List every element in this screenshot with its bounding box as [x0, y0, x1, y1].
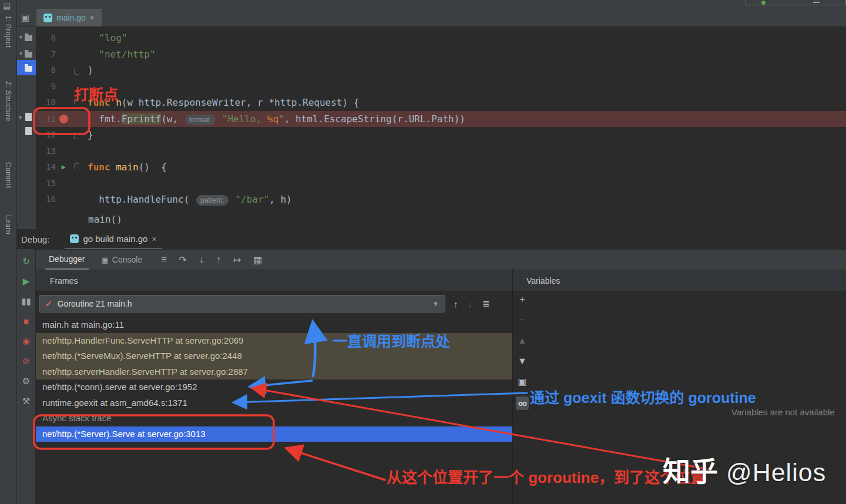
step-over-icon[interactable]: ↷ — [179, 254, 187, 266]
frame-row[interactable]: net/http.(*conn).serve at server.go:1952 — [36, 379, 512, 395]
evaluate-expression-icon[interactable]: ▦ — [253, 254, 262, 266]
fold-marker-icon[interactable] — [71, 127, 82, 143]
breakpoint-icon[interactable] — [59, 115, 68, 123]
tree-item[interactable] — [17, 123, 36, 139]
ide-menu-icon[interactable]: ▤ — [3, 1, 11, 11]
navigate-down-icon[interactable]: ▼ — [518, 355, 527, 367]
tree-chevron-icon[interactable]: ▾ — [18, 51, 24, 56]
code-line[interactable]: 14▶func main() { — [36, 159, 846, 176]
sidebar-item-learn[interactable]: Learn — [4, 215, 12, 234]
watch-glasses-icon[interactable]: oo — [516, 397, 529, 410]
hide-library-frames-icon[interactable]: ≣ — [482, 298, 490, 309]
line-number: 13 — [36, 143, 56, 160]
tree-item[interactable]: ▾ — [17, 46, 36, 61]
tree-item[interactable] — [17, 60, 36, 75]
frame-row[interactable]: runtime.goexit at asm_amd64.s:1371 — [36, 395, 512, 411]
line-number: 15 — [36, 176, 56, 192]
sidebar-item-commit[interactable]: Commit — [4, 162, 12, 188]
goroutine-selector[interactable]: ✓ Goroutine 21 main.h ▼ — [39, 295, 445, 313]
stop-icon[interactable]: ■ — [24, 316, 29, 326]
pause-icon[interactable]: ▮▮ — [21, 296, 31, 306]
fold-marker-icon[interactable] — [71, 159, 82, 176]
remove-watch-icon[interactable]: − — [519, 314, 525, 325]
chevron-down-icon[interactable]: ▼ — [432, 300, 439, 307]
tab-console-label: Console — [112, 255, 142, 264]
view-breakpoints-icon[interactable]: ◉ — [22, 336, 30, 346]
frame-row[interactable]: net/http.serverHandler.ServeHTTP at serv… — [36, 364, 512, 380]
sidebar-item-project[interactable]: 1: Project — [4, 15, 12, 48]
tab-go-build-main-go[interactable]: go build main.go × — [65, 229, 162, 249]
pin-icon[interactable]: ⚒ — [22, 396, 30, 406]
debug-left-icons: ↻▶▮▮■◉⊘⚙⚒ — [17, 249, 36, 504]
panel-divider — [512, 270, 513, 504]
frame-row[interactable]: net/http.(*Server).Serve at server.go:30… — [36, 426, 512, 442]
frame-up-icon[interactable]: ↑ — [454, 299, 458, 309]
editor-context-line: main() — [88, 214, 122, 225]
toolwindow-toggle-icon[interactable]: ▣ — [21, 12, 29, 23]
settings-menu-icon[interactable]: ≡ — [161, 254, 166, 265]
run-to-cursor-icon[interactable]: ↦ — [233, 254, 241, 266]
code-line[interactable]: 7 "net/http" — [36, 46, 846, 63]
window-controls-fragment — [746, 0, 846, 5]
gutter-cell[interactable]: ▶ — [56, 159, 71, 176]
fold-marker-icon[interactable] — [71, 62, 82, 79]
frames-section-label: Async stack trace — [36, 411, 512, 426]
line-number: 11 — [36, 111, 56, 127]
debugger-toolbar-icons: ≡↷↓↑↦▦ — [161, 254, 262, 266]
gopher-file-icon — [43, 14, 52, 22]
add-watch-icon[interactable]: + — [519, 294, 525, 305]
tree-chevron-icon[interactable]: ▾ — [18, 34, 24, 40]
code-text — [82, 176, 88, 192]
navigate-up-icon[interactable]: ▲ — [518, 335, 527, 346]
frames-title: Frames — [50, 276, 78, 285]
annotation-goroutine-note: 从这个位置开了一个 goroutine，到了这个位置 — [387, 465, 706, 487]
code-editor[interactable]: 6 "log"7 "net/http"8)910func h(w http.Re… — [36, 27, 846, 214]
code-line[interactable]: 11 fmt.Fprintf(w, format: "Hello, %q", h… — [36, 111, 846, 127]
line-number: 6 — [36, 30, 56, 46]
code-line[interactable]: 10func h(w http.ResponseWriter, r *http.… — [36, 95, 846, 111]
step-out-icon[interactable]: ↑ — [216, 254, 221, 265]
line-number: 9 — [36, 79, 56, 95]
sidebar-item-structure[interactable]: Z: Structure — [4, 81, 12, 122]
tab-console[interactable]: ▣ Console — [98, 250, 146, 270]
code-line[interactable]: 12} — [36, 127, 846, 143]
fold-marker-icon[interactable] — [71, 95, 82, 111]
watermark: 知乎 @Helios — [663, 449, 826, 489]
gutter-cell — [56, 79, 71, 95]
copy-frames-icon[interactable]: ▣ — [518, 376, 526, 387]
code-line[interactable]: 6 "log" — [36, 30, 846, 46]
code-line[interactable]: 8) — [36, 62, 846, 79]
tree-item[interactable]: ▾ — [17, 29, 36, 45]
settings-icon[interactable]: ⚙ — [22, 376, 30, 386]
vars-side-icons: +−▲▼▣oo — [513, 294, 531, 410]
code-line[interactable]: 13 — [36, 143, 846, 160]
goroutine-selector-value: Goroutine 21 main.h — [58, 299, 427, 308]
watermark-author: @Helios — [726, 458, 826, 487]
rerun-icon[interactable]: ↻ — [22, 256, 30, 266]
code-line[interactable]: 16 http.HandleFunc( pattern: "/bar", h) — [36, 191, 846, 208]
line-number: 16 — [36, 191, 56, 208]
frame-down-icon[interactable]: ↓ — [468, 299, 473, 309]
close-tab-icon[interactable]: × — [90, 13, 95, 22]
frame-row[interactable]: net/http.HandlerFunc.ServeHTTP at server… — [36, 333, 512, 349]
tree-chevron-icon[interactable]: ▸ — [18, 114, 24, 120]
close-session-icon[interactable]: × — [152, 234, 156, 244]
line-number: 12 — [36, 127, 56, 143]
code-line[interactable]: 9 — [36, 79, 846, 95]
editor-lines: 6 "log"7 "net/http"8)910func h(w http.Re… — [36, 27, 846, 208]
tree-item[interactable]: ▸ — [17, 109, 36, 125]
tab-main-go[interactable]: main.go × — [36, 9, 102, 26]
step-into-icon[interactable]: ↓ — [199, 254, 204, 265]
tab-debugger[interactable]: Debugger — [45, 250, 89, 270]
resume-icon[interactable]: ▶ — [23, 276, 30, 286]
tab-debugger-label: Debugger — [49, 254, 85, 264]
line-number: 7 — [36, 46, 56, 63]
mute-breakpoints-icon[interactable]: ⊘ — [22, 356, 30, 366]
frame-row[interactable]: net/http.(*ServeMux).ServeHTTP at server… — [36, 348, 512, 364]
fold-marker-icon — [71, 79, 82, 95]
frame-row[interactable]: main.h at main.go:11 — [36, 317, 512, 333]
code-text — [82, 143, 88, 160]
code-line[interactable]: 15 — [36, 176, 846, 192]
run-line-icon[interactable]: ▶ — [61, 159, 65, 176]
gutter-cell[interactable] — [56, 111, 71, 127]
